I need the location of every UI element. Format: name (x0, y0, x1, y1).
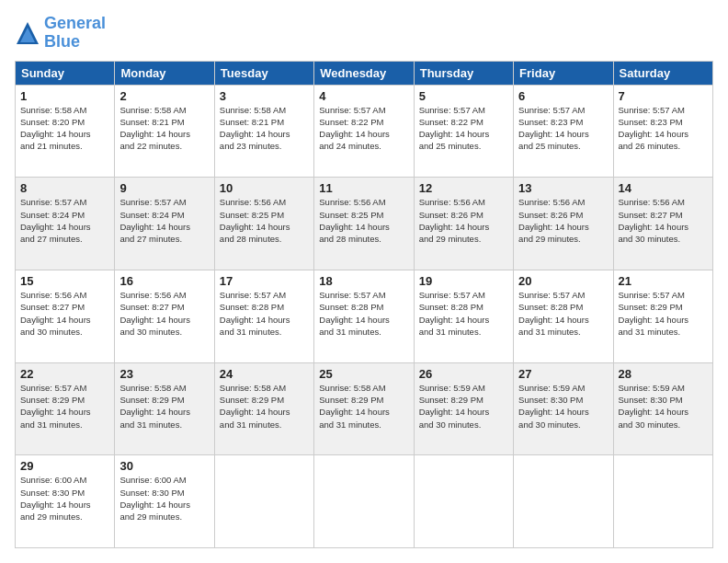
calendar-cell (414, 455, 513, 548)
day-number: 11 (319, 181, 408, 195)
weekday-header-wednesday: Wednesday (314, 61, 414, 85)
day-info: Sunrise: 5:57 AM Sunset: 8:29 PM Dayligh… (619, 289, 708, 338)
day-info: Sunrise: 5:57 AM Sunset: 8:24 PM Dayligh… (119, 196, 209, 245)
day-number: 20 (518, 274, 608, 288)
day-number: 22 (20, 367, 109, 381)
day-number: 7 (619, 89, 708, 103)
page: General Blue SundayMondayTuesdayWednesda… (0, 0, 728, 563)
calendar-cell: 9Sunrise: 5:57 AM Sunset: 8:24 PM Daylig… (115, 178, 214, 270)
calendar-week-5: 29Sunrise: 6:00 AM Sunset: 8:30 PM Dayli… (16, 455, 713, 548)
day-info: Sunrise: 5:56 AM Sunset: 8:27 PM Dayligh… (20, 289, 109, 338)
calendar-cell: 24Sunrise: 5:58 AM Sunset: 8:29 PM Dayli… (214, 362, 313, 455)
logo-text: General Blue (44, 15, 106, 52)
weekday-header-monday: Monday (115, 61, 214, 85)
day-info: Sunrise: 5:58 AM Sunset: 8:21 PM Dayligh… (220, 104, 309, 153)
day-number: 23 (119, 367, 209, 381)
calendar-cell: 26Sunrise: 5:59 AM Sunset: 8:29 PM Dayli… (414, 362, 513, 455)
calendar-cell: 2Sunrise: 5:58 AM Sunset: 8:21 PM Daylig… (115, 85, 214, 178)
calendar-cell: 25Sunrise: 5:58 AM Sunset: 8:29 PM Dayli… (314, 362, 414, 455)
weekday-header-row: SundayMondayTuesdayWednesdayThursdayFrid… (16, 61, 713, 85)
day-info: Sunrise: 5:56 AM Sunset: 8:25 PM Dayligh… (220, 196, 309, 245)
weekday-header-sunday: Sunday (16, 61, 115, 85)
day-number: 19 (419, 274, 508, 288)
day-number: 10 (220, 181, 309, 195)
logo-icon (15, 20, 40, 46)
calendar-cell: 12Sunrise: 5:56 AM Sunset: 8:26 PM Dayli… (414, 178, 513, 270)
calendar-body: 1Sunrise: 5:58 AM Sunset: 8:20 PM Daylig… (16, 85, 713, 547)
day-number: 5 (419, 89, 508, 103)
day-info: Sunrise: 5:57 AM Sunset: 8:29 PM Dayligh… (20, 382, 109, 431)
weekday-header-thursday: Thursday (414, 61, 513, 85)
calendar-week-1: 1Sunrise: 5:58 AM Sunset: 8:20 PM Daylig… (16, 85, 713, 178)
day-info: Sunrise: 5:57 AM Sunset: 8:28 PM Dayligh… (319, 289, 408, 338)
calendar-table: SundayMondayTuesdayWednesdayThursdayFrid… (15, 61, 713, 548)
day-number: 25 (319, 367, 408, 381)
calendar-cell: 19Sunrise: 5:57 AM Sunset: 8:28 PM Dayli… (414, 270, 513, 362)
calendar-cell: 23Sunrise: 5:58 AM Sunset: 8:29 PM Dayli… (115, 362, 214, 455)
calendar-cell (514, 455, 613, 548)
day-number: 29 (20, 459, 109, 473)
day-number: 13 (518, 181, 608, 195)
day-info: Sunrise: 5:57 AM Sunset: 8:28 PM Dayligh… (419, 289, 508, 338)
day-info: Sunrise: 5:57 AM Sunset: 8:23 PM Dayligh… (619, 104, 708, 153)
day-number: 24 (220, 367, 309, 381)
calendar-week-4: 22Sunrise: 5:57 AM Sunset: 8:29 PM Dayli… (16, 362, 713, 455)
calendar-cell: 5Sunrise: 5:57 AM Sunset: 8:22 PM Daylig… (414, 85, 513, 178)
day-number: 2 (119, 89, 209, 103)
calendar-cell: 14Sunrise: 5:56 AM Sunset: 8:27 PM Dayli… (613, 178, 712, 270)
day-number: 4 (319, 89, 408, 103)
calendar-cell: 20Sunrise: 5:57 AM Sunset: 8:28 PM Dayli… (514, 270, 613, 362)
calendar-cell: 29Sunrise: 6:00 AM Sunset: 8:30 PM Dayli… (16, 455, 115, 548)
calendar-cell: 17Sunrise: 5:57 AM Sunset: 8:28 PM Dayli… (214, 270, 313, 362)
day-number: 17 (220, 274, 309, 288)
day-info: Sunrise: 5:59 AM Sunset: 8:30 PM Dayligh… (518, 382, 608, 431)
calendar-cell: 21Sunrise: 5:57 AM Sunset: 8:29 PM Dayli… (613, 270, 712, 362)
day-info: Sunrise: 5:56 AM Sunset: 8:26 PM Dayligh… (518, 196, 608, 245)
calendar-cell (613, 455, 712, 548)
calendar-cell: 22Sunrise: 5:57 AM Sunset: 8:29 PM Dayli… (16, 362, 115, 455)
day-info: Sunrise: 5:59 AM Sunset: 8:30 PM Dayligh… (619, 382, 708, 431)
day-info: Sunrise: 5:58 AM Sunset: 8:29 PM Dayligh… (319, 382, 408, 431)
calendar-cell: 10Sunrise: 5:56 AM Sunset: 8:25 PM Dayli… (214, 178, 313, 270)
day-info: Sunrise: 5:58 AM Sunset: 8:29 PM Dayligh… (220, 382, 309, 431)
logo: General Blue (15, 15, 106, 52)
day-info: Sunrise: 5:57 AM Sunset: 8:28 PM Dayligh… (518, 289, 608, 338)
calendar-cell: 28Sunrise: 5:59 AM Sunset: 8:30 PM Dayli… (613, 362, 712, 455)
calendar-cell: 6Sunrise: 5:57 AM Sunset: 8:23 PM Daylig… (514, 85, 613, 178)
day-info: Sunrise: 5:57 AM Sunset: 8:22 PM Dayligh… (419, 104, 508, 153)
calendar-cell: 11Sunrise: 5:56 AM Sunset: 8:25 PM Dayli… (314, 178, 414, 270)
calendar-cell (314, 455, 414, 548)
day-info: Sunrise: 5:58 AM Sunset: 8:21 PM Dayligh… (119, 104, 209, 153)
day-number: 30 (119, 459, 209, 473)
day-info: Sunrise: 5:59 AM Sunset: 8:29 PM Dayligh… (419, 382, 508, 431)
day-info: Sunrise: 5:57 AM Sunset: 8:22 PM Dayligh… (319, 104, 408, 153)
calendar-cell: 7Sunrise: 5:57 AM Sunset: 8:23 PM Daylig… (613, 85, 712, 178)
day-info: Sunrise: 5:56 AM Sunset: 8:25 PM Dayligh… (319, 196, 408, 245)
day-number: 1 (20, 89, 109, 103)
calendar-cell: 13Sunrise: 5:56 AM Sunset: 8:26 PM Dayli… (514, 178, 613, 270)
day-number: 27 (518, 367, 608, 381)
day-number: 21 (619, 274, 708, 288)
calendar-week-2: 8Sunrise: 5:57 AM Sunset: 8:24 PM Daylig… (16, 178, 713, 270)
day-number: 9 (119, 181, 209, 195)
calendar-cell: 1Sunrise: 5:58 AM Sunset: 8:20 PM Daylig… (16, 85, 115, 178)
day-number: 18 (319, 274, 408, 288)
weekday-header-friday: Friday (514, 61, 613, 85)
day-info: Sunrise: 6:00 AM Sunset: 8:30 PM Dayligh… (20, 474, 109, 523)
weekday-header-tuesday: Tuesday (214, 61, 313, 85)
day-info: Sunrise: 5:57 AM Sunset: 8:24 PM Dayligh… (20, 196, 109, 245)
day-number: 3 (220, 89, 309, 103)
calendar-cell: 4Sunrise: 5:57 AM Sunset: 8:22 PM Daylig… (314, 85, 414, 178)
calendar-cell: 15Sunrise: 5:56 AM Sunset: 8:27 PM Dayli… (16, 270, 115, 362)
day-info: Sunrise: 6:00 AM Sunset: 8:30 PM Dayligh… (119, 474, 209, 523)
day-number: 16 (119, 274, 209, 288)
day-number: 14 (619, 181, 708, 195)
calendar-week-3: 15Sunrise: 5:56 AM Sunset: 8:27 PM Dayli… (16, 270, 713, 362)
day-info: Sunrise: 5:58 AM Sunset: 8:29 PM Dayligh… (119, 382, 209, 431)
day-number: 8 (20, 181, 109, 195)
day-info: Sunrise: 5:56 AM Sunset: 8:26 PM Dayligh… (419, 196, 508, 245)
day-number: 28 (619, 367, 708, 381)
day-info: Sunrise: 5:57 AM Sunset: 8:23 PM Dayligh… (518, 104, 608, 153)
calendar-cell: 8Sunrise: 5:57 AM Sunset: 8:24 PM Daylig… (16, 178, 115, 270)
day-number: 12 (419, 181, 508, 195)
